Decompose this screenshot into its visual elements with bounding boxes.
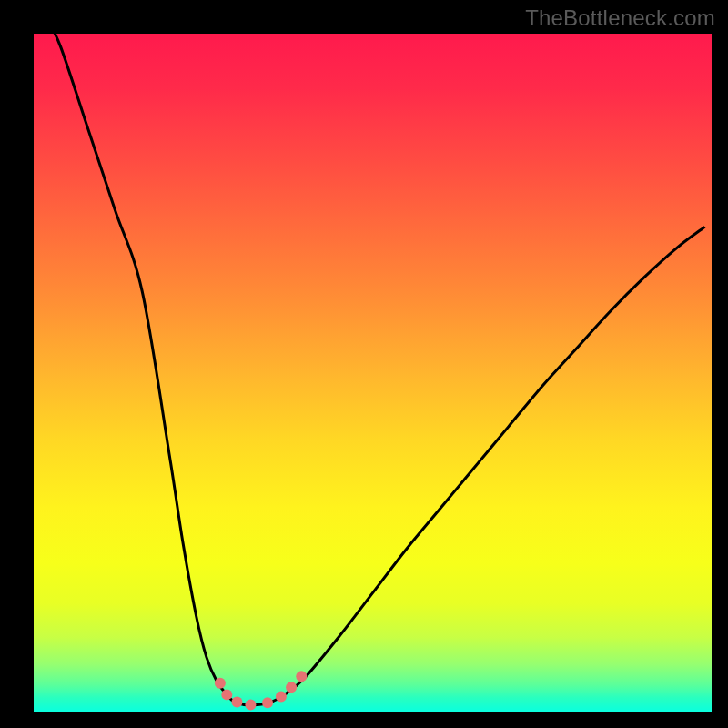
marker-dot (276, 692, 287, 703)
watermark-text: TheBottleneck.com (525, 5, 715, 31)
marker-dot (245, 700, 256, 711)
chart-frame: TheBottleneck.com (0, 0, 728, 728)
plot-area (34, 34, 712, 712)
marker-dot (296, 671, 307, 682)
chart-svg (34, 34, 712, 712)
marker-dot (262, 697, 273, 708)
bottleneck-curve (47, 34, 705, 705)
curve-path (47, 34, 705, 705)
marker-dot (221, 689, 232, 700)
marker-dot (215, 678, 226, 689)
marker-dot (286, 682, 297, 693)
marker-dot (232, 697, 243, 708)
